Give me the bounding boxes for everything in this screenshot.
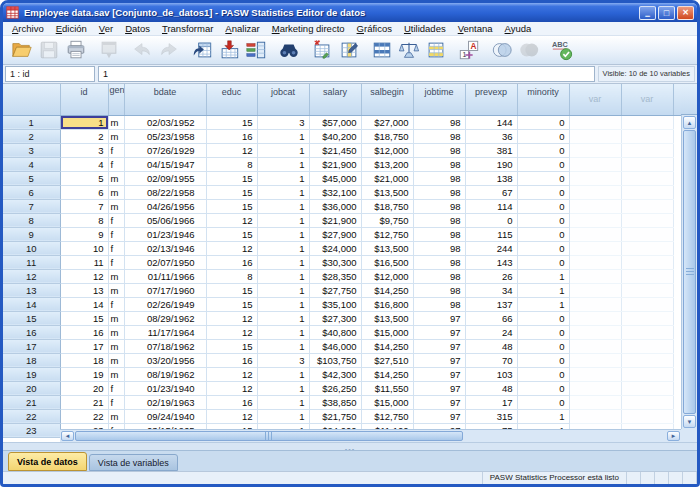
cell-jobtime[interactable]: 98 (413, 297, 465, 311)
cell-salary[interactable]: $36,000 (309, 199, 361, 213)
column-header-jobcat[interactable]: jobcat (257, 84, 309, 115)
weight-cases-icon[interactable] (395, 37, 422, 63)
cell-jobcat[interactable]: 1 (257, 157, 309, 171)
vertical-scrollbar[interactable] (681, 115, 697, 429)
cell-jobcat[interactable]: 1 (257, 269, 309, 283)
cell-bdate[interactable]: 05/23/1958 (124, 129, 206, 143)
menu-ayuda[interactable]: Ayuda (499, 22, 538, 35)
cell-prevexp[interactable]: 138 (465, 171, 517, 185)
cell-jobcat[interactable]: 1 (257, 143, 309, 157)
cell-educ[interactable]: 16 (206, 255, 257, 269)
row-number[interactable]: 21 (3, 395, 60, 409)
cell-salbegin[interactable]: $18,750 (361, 129, 413, 143)
cell-var[interactable] (621, 199, 673, 213)
cell-salary[interactable]: $27,900 (309, 227, 361, 241)
cell-id[interactable]: 18 (60, 353, 108, 367)
cell-educ[interactable]: 15 (206, 115, 257, 129)
cell-salary[interactable]: $21,900 (309, 157, 361, 171)
cell-prevexp[interactable]: 34 (465, 283, 517, 297)
cell-jobcat[interactable]: 1 (257, 185, 309, 199)
row-number[interactable]: 16 (3, 325, 60, 339)
cell-gender[interactable]: m (108, 129, 124, 143)
cell-bdate[interactable]: 02/26/1949 (124, 297, 206, 311)
menu-edición[interactable]: Edición (50, 22, 93, 35)
cell-id[interactable]: 4 (60, 157, 108, 171)
cell-gender[interactable]: m (108, 199, 124, 213)
cell-jobcat[interactable]: 1 (257, 255, 309, 269)
cell-var[interactable] (621, 395, 673, 409)
cell-var[interactable] (569, 269, 621, 283)
cell-gender[interactable]: m (108, 185, 124, 199)
cell-prevexp[interactable]: 17 (465, 395, 517, 409)
cell-gender[interactable]: f (108, 241, 124, 255)
cell-var[interactable] (621, 115, 673, 129)
cell-var[interactable] (621, 227, 673, 241)
cell-bdate[interactable]: 05/06/1966 (124, 213, 206, 227)
variables-icon[interactable] (242, 37, 269, 63)
cell-educ[interactable]: 12 (206, 143, 257, 157)
cell-var[interactable] (569, 213, 621, 227)
cell-salary[interactable]: $45,000 (309, 171, 361, 185)
cell-prevexp[interactable]: 70 (465, 353, 517, 367)
insert-variable-icon[interactable] (335, 37, 362, 63)
cell-jobtime[interactable]: 98 (413, 143, 465, 157)
cell-salary[interactable]: $103,750 (309, 353, 361, 367)
scroll-track[interactable] (464, 431, 667, 441)
row-number[interactable]: 5 (3, 171, 60, 185)
cell-salary[interactable]: $57,000 (309, 115, 361, 129)
cell-jobtime[interactable]: 98 (413, 115, 465, 129)
cell-bdate[interactable]: 08/22/1958 (124, 185, 206, 199)
cell-minority[interactable]: 0 (517, 395, 569, 409)
cell-var[interactable] (569, 367, 621, 381)
goto-variable-icon[interactable] (215, 37, 242, 63)
cell-var[interactable] (569, 115, 621, 129)
cell-jobcat[interactable]: 1 (257, 171, 309, 185)
cell-salary[interactable]: $38,850 (309, 395, 361, 409)
cell-var[interactable] (569, 409, 621, 423)
cell-minority[interactable]: 0 (517, 143, 569, 157)
cell-jobcat[interactable]: 3 (257, 115, 309, 129)
cell-salbegin[interactable]: $12,000 (361, 269, 413, 283)
cell-var[interactable] (569, 129, 621, 143)
cell-salbegin[interactable]: $13,500 (361, 185, 413, 199)
cell-jobtime[interactable]: 97 (413, 381, 465, 395)
cell-id[interactable]: 7 (60, 199, 108, 213)
cell-jobtime[interactable]: 97 (413, 311, 465, 325)
cell-minority[interactable]: 0 (517, 255, 569, 269)
menu-ventana[interactable]: Ventana (452, 22, 499, 35)
menu-gráficos[interactable]: Gráficos (351, 22, 398, 35)
cell-educ[interactable]: 12 (206, 311, 257, 325)
cell-salbegin[interactable]: $9,750 (361, 213, 413, 227)
row-number[interactable]: 3 (3, 143, 60, 157)
cell-minority[interactable]: 0 (517, 311, 569, 325)
cell-minority[interactable]: 0 (517, 353, 569, 367)
cell-salbegin[interactable]: $13,500 (361, 241, 413, 255)
cell-salary[interactable]: $46,000 (309, 339, 361, 353)
cell-jobcat[interactable]: 1 (257, 409, 309, 423)
cell-id[interactable]: 13 (60, 283, 108, 297)
cell-bdate[interactable]: 01/23/1946 (124, 227, 206, 241)
cell-salary[interactable]: $42,300 (309, 367, 361, 381)
print-icon[interactable] (62, 37, 89, 63)
cell-editor-field[interactable]: 1 (98, 66, 595, 82)
cell-educ[interactable]: 12 (206, 367, 257, 381)
cell-prevexp[interactable]: 48 (465, 381, 517, 395)
cell-jobtime[interactable]: 98 (413, 129, 465, 143)
cell-educ[interactable]: 16 (206, 353, 257, 367)
cell-educ[interactable]: 15 (206, 297, 257, 311)
cell-jobcat[interactable]: 1 (257, 311, 309, 325)
row-number[interactable]: 11 (3, 255, 60, 269)
value-labels-icon[interactable]: 1A (455, 37, 482, 63)
cell-jobcat[interactable]: 1 (257, 129, 309, 143)
cell-jobtime[interactable]: 98 (413, 269, 465, 283)
split-file-icon[interactable] (368, 37, 395, 63)
cell-salbegin[interactable]: $13,500 (361, 311, 413, 325)
cell-gender[interactable]: m (108, 115, 124, 129)
cell-prevexp[interactable]: 36 (465, 129, 517, 143)
cell-var[interactable] (569, 241, 621, 255)
cell-prevexp[interactable]: 315 (465, 409, 517, 423)
row-number[interactable]: 15 (3, 311, 60, 325)
cell-var[interactable] (621, 311, 673, 325)
title-bar[interactable]: Employee data.sav [Conjunto_de_datos1] -… (3, 3, 697, 22)
row-number[interactable]: 19 (3, 367, 60, 381)
